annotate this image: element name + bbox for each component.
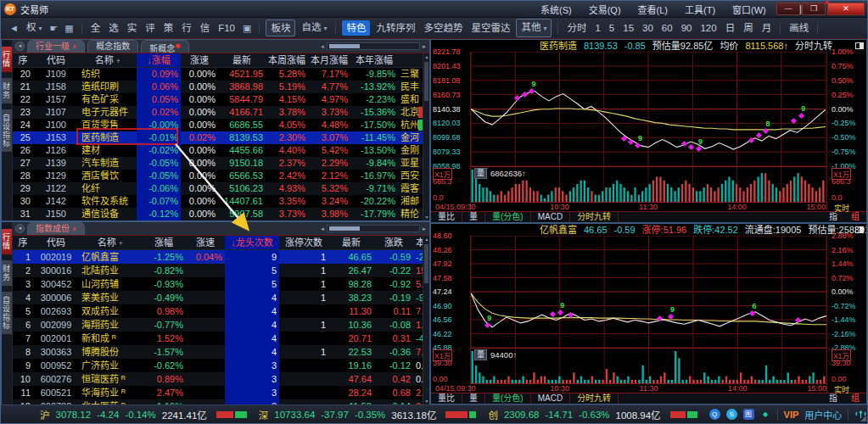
expand-icon[interactable] [855, 226, 864, 233]
toolbar-item-权[interactable]: 权 [22, 20, 47, 36]
tab-新概念[interactable]: 新概念✱ [141, 40, 189, 53]
scroll-thumb[interactable] [329, 44, 360, 48]
diamond-icon[interactable]: ◆ [760, 409, 771, 420]
toolbar-item-F10[interactable]: F10 [214, 20, 239, 36]
column-header-涨速[interactable]: 涨速 [181, 53, 218, 67]
side-tab-自设指标[interactable]: 自设指标 [2, 109, 12, 152]
vertical-scrollbar[interactable]: ▲▼ [423, 236, 429, 404]
tab-back-button[interactable]: ◄ [15, 224, 25, 233]
user-center-link[interactable]: 用户中心 [804, 408, 842, 421]
table-row[interactable]: 27J139汽车制造-0.05%0.00%9150.182.37%2.29%-9… [13, 157, 423, 170]
indicator-tab-量(分色)[interactable]: 量(分色) [485, 393, 531, 404]
photos-icon[interactable]: 图 [743, 409, 754, 420]
table-row[interactable]: 8300363博腾股份-1.57%4122.53-0.367. [13, 345, 423, 359]
toolbar-item-1[interactable]: 1 [591, 20, 604, 36]
table-row[interactable]: 31J150通信设备-0.12%0.00%5907.583.73%3.98%-1… [13, 208, 423, 220]
scroll-up-icon[interactable]: ▲ [423, 237, 430, 242]
vip-label[interactable]: VIP [784, 410, 799, 420]
table-row[interactable]: 21J158造纸印刷0.06%0.00%3868.985.19%4.77%-13… [13, 81, 423, 93]
column-header-代码[interactable]: 代码 [33, 53, 79, 67]
column-header-龙头次数[interactable]: ↓龙头次数 [225, 236, 279, 249]
table-row[interactable]: 1002019亿帆鑫富-1.25%0.04%9146.65-0.59-2. [13, 250, 423, 264]
close-button[interactable]: ✕ [827, 3, 865, 15]
toolbar-item-分时[interactable]: 分时 [563, 20, 591, 36]
table-row[interactable]: 26J126建材-0.02%0.00%4455.664.40%5.42%-13.… [13, 144, 423, 157]
time-axis[interactable]: 04/15,09:3010:3011:3014:0015:00 [471, 202, 826, 211]
indicator-tab-量比[interactable]: 量比 [431, 393, 462, 404]
table-row[interactable]: 25J153医药制造-0.01%0.02%8139.532.30%3.07%-1… [13, 131, 423, 144]
side-tab-财务[interactable]: 财务 [2, 260, 12, 286]
column-header-涨幅[interactable]: 涨幅 [142, 236, 186, 249]
toolbar-item-行[interactable]: 行 [177, 20, 196, 36]
side-tab-行情[interactable]: 行情 [2, 229, 12, 254]
tab-close-icon[interactable]: × [72, 42, 76, 51]
indicator-tab-分时九转[interactable]: 分时九转 [570, 393, 619, 404]
tab-close-icon[interactable]: × [72, 225, 76, 233]
vertical-scrollbar[interactable]: ▲▼ [423, 53, 429, 220]
toolbar-item-5[interactable]: 5 [605, 20, 619, 36]
table-row[interactable]: 24J100百货零售-0.00%0.00%6686.554.05%4.48%-1… [13, 119, 423, 131]
skype-icon[interactable]: S [726, 409, 737, 420]
side-tab-财务[interactable]: 财务 [2, 78, 12, 103]
scroll-right-icon[interactable]: ► [422, 226, 427, 232]
windows-icon[interactable]: ▣ [239, 20, 255, 36]
scroll-left-icon[interactable]: ◄ [320, 226, 325, 232]
column-header-本周涨幅[interactable]: 本周涨幅 [266, 53, 308, 67]
table-row[interactable]: 23J107电子元器件0.02%0.00%4166.713.78%3.73%-1… [13, 106, 423, 119]
horizontal-scrollbar[interactable]: ◄► [320, 42, 427, 50]
toolbar-item-90[interactable]: 90 [677, 20, 697, 36]
tab-行业一级[interactable]: 行业一级× [27, 40, 85, 53]
tab-back-button[interactable]: ◄ [15, 42, 25, 51]
column-header-序[interactable]: 序 [13, 53, 33, 67]
minimize-button[interactable]: — [776, 3, 800, 15]
toolbar-item-画线[interactable]: 画线 [785, 20, 813, 36]
table-row[interactable]: 4300006莱美药业-0.49%4138.23-0.19-9. [13, 291, 423, 304]
horizontal-scrollbar[interactable]: ◄► [320, 225, 427, 232]
scroll-right-icon[interactable]: ► [422, 44, 427, 49]
column-header-代码[interactable]: 代码 [33, 236, 79, 249]
table-row[interactable]: 5002693双成药业0.98%411.300.117. [13, 304, 423, 318]
toolbar-item-选[interactable]: 选 [104, 20, 123, 36]
indicator-tab-量比[interactable]: 量比 [431, 212, 462, 222]
menu-1[interactable]: 系统(S) [540, 3, 572, 16]
column-header-本周[interactable]: 本周 [413, 236, 423, 249]
toolbar-item-周[interactable]: 周 [739, 20, 758, 36]
menu-4[interactable]: 工具(T) [685, 3, 715, 16]
scroll-left-icon[interactable]: ◄ [320, 44, 325, 49]
table-row[interactable]: 11600521华海药业 ᴿ2.47%328.240.682. [13, 386, 423, 399]
side-tab-行情[interactable]: 行情 [2, 47, 12, 72]
column-header-最新[interactable]: 最新 [328, 236, 374, 249]
toolbar-item-策[interactable]: 策 [160, 20, 178, 36]
toolbar-item-15[interactable]: 15 [619, 20, 638, 36]
toolbar-item-自选[interactable]: 自选 [297, 20, 331, 36]
indicator-tab-量(分色)[interactable]: 量(分色) [485, 212, 531, 222]
scroll-track[interactable] [327, 225, 420, 232]
column-header-涨速[interactable]: 涨速 [186, 236, 225, 249]
tab-概念指数[interactable]: 概念指数 [87, 40, 138, 53]
side-tab-自设指标[interactable]: 自设指标 [2, 292, 12, 334]
toolbar-item-评[interactable]: 评 [141, 20, 160, 36]
layout-icon[interactable]: ▦ [61, 20, 76, 36]
table-row[interactable]: 7002001新和成 ᴿ1.52%420.710.31-4. [13, 332, 423, 345]
maximize-button[interactable]: ❒ [802, 3, 826, 15]
table-row[interactable]: 10600276恒瑞医药 ᴿ0.89%347.640.420. [13, 372, 423, 386]
toolbar-item-信[interactable]: 信 [196, 20, 215, 36]
menu-3[interactable]: 查看(L) [638, 3, 668, 16]
column-header-涨幅[interactable]: ↓涨幅 [137, 53, 181, 67]
table-row[interactable]: 20J109纺织0.09%0.00%4521.955.28%7.17%-9.85… [13, 68, 423, 81]
toolbar-item-全[interactable]: 全 [87, 20, 105, 36]
column-header-涨跌[interactable]: 涨跌 [374, 236, 413, 249]
tab-指数成份[interactable]: 指数成份× [27, 222, 85, 235]
menu-5[interactable]: 窗口(W) [732, 3, 766, 16]
scroll-up-icon[interactable]: ▲ [423, 54, 430, 59]
table-row[interactable]: 9000952广济药业-0.62%319.16-0.120. [13, 359, 423, 372]
column-header-extra[interactable] [398, 53, 423, 67]
column-header-名称[interactable]: 名称+ [79, 236, 142, 249]
column-header-序[interactable]: 序 [13, 236, 33, 249]
indicator-tab-MACD[interactable]: MACD [531, 393, 570, 404]
hand-icon[interactable]: ☛ [46, 20, 61, 36]
toolbar-item-板块[interactable]: 板块 [266, 20, 295, 36]
toolbar-item-日[interactable]: 日 [721, 20, 740, 36]
toolbar-item-星空雷达[interactable]: 星空雷达 [467, 20, 514, 36]
toolbar-item-120[interactable]: 120 [696, 20, 720, 36]
